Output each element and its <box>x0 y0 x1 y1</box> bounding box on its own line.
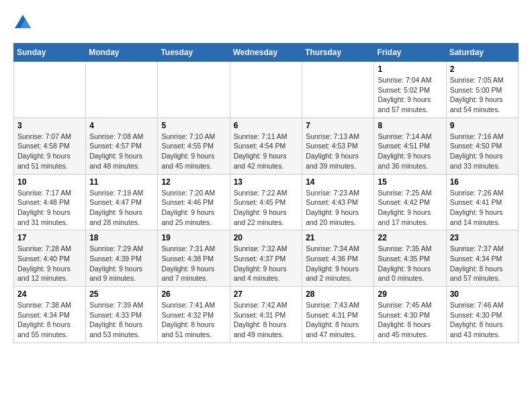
day-number: 15 <box>378 177 442 187</box>
calendar-cell: 7Sunrise: 7:13 AM Sunset: 4:53 PM Daylig… <box>302 118 374 174</box>
calendar-cell: 8Sunrise: 7:14 AM Sunset: 4:51 PM Daylig… <box>374 118 446 174</box>
day-info: Sunrise: 7:39 AM Sunset: 4:33 PM Dayligh… <box>89 300 154 340</box>
calendar-header-row: SundayMondayTuesdayWednesdayThursdayFrid… <box>14 44 519 62</box>
day-number: 6 <box>234 121 299 130</box>
calendar-cell: 11Sunrise: 7:19 AM Sunset: 4:47 PM Dayli… <box>86 174 158 230</box>
calendar-cell: 12Sunrise: 7:20 AM Sunset: 4:46 PM Dayli… <box>158 174 230 230</box>
day-info: Sunrise: 7:34 AM Sunset: 4:36 PM Dayligh… <box>306 244 370 283</box>
day-info: Sunrise: 7:20 AM Sunset: 4:46 PM Dayligh… <box>161 188 226 228</box>
day-number: 5 <box>161 121 226 130</box>
day-info: Sunrise: 7:35 AM Sunset: 4:35 PM Dayligh… <box>378 244 442 283</box>
calendar-cell <box>158 62 230 118</box>
day-number: 9 <box>450 121 515 130</box>
calendar-cell: 18Sunrise: 7:29 AM Sunset: 4:39 PM Dayli… <box>86 230 158 287</box>
page-header <box>13 13 519 32</box>
day-info: Sunrise: 7:38 AM Sunset: 4:34 PM Dayligh… <box>17 300 82 340</box>
day-number: 12 <box>161 177 226 187</box>
calendar-cell: 23Sunrise: 7:37 AM Sunset: 4:34 PM Dayli… <box>446 230 518 287</box>
day-number: 4 <box>89 121 154 130</box>
logo <box>13 13 35 32</box>
calendar-cell: 22Sunrise: 7:35 AM Sunset: 4:35 PM Dayli… <box>374 230 446 287</box>
day-number: 16 <box>450 177 515 187</box>
day-number: 7 <box>306 121 370 130</box>
day-info: Sunrise: 7:07 AM Sunset: 4:58 PM Dayligh… <box>17 132 82 171</box>
day-info: Sunrise: 7:43 AM Sunset: 4:31 PM Dayligh… <box>306 300 370 340</box>
day-number: 21 <box>306 233 370 242</box>
calendar-cell <box>302 62 374 118</box>
day-info: Sunrise: 7:45 AM Sunset: 4:30 PM Dayligh… <box>378 300 442 340</box>
day-number: 28 <box>306 289 370 299</box>
day-info: Sunrise: 7:46 AM Sunset: 4:30 PM Dayligh… <box>450 300 515 340</box>
calendar-cell: 28Sunrise: 7:43 AM Sunset: 4:31 PM Dayli… <box>302 287 374 343</box>
day-number: 8 <box>378 121 442 130</box>
calendar-cell: 3Sunrise: 7:07 AM Sunset: 4:58 PM Daylig… <box>14 118 86 174</box>
day-number: 19 <box>161 233 226 242</box>
day-info: Sunrise: 7:41 AM Sunset: 4:32 PM Dayligh… <box>161 300 226 340</box>
logo-icon <box>13 13 32 32</box>
day-number: 26 <box>161 289 226 299</box>
day-number: 25 <box>89 289 154 299</box>
day-info: Sunrise: 7:14 AM Sunset: 4:51 PM Dayligh… <box>378 132 442 171</box>
day-info: Sunrise: 7:22 AM Sunset: 4:45 PM Dayligh… <box>234 188 299 228</box>
day-number: 23 <box>450 233 515 242</box>
calendar-cell: 1Sunrise: 7:04 AM Sunset: 5:02 PM Daylig… <box>374 62 446 118</box>
day-info: Sunrise: 7:05 AM Sunset: 5:00 PM Dayligh… <box>450 75 515 115</box>
calendar-table: SundayMondayTuesdayWednesdayThursdayFrid… <box>13 43 519 343</box>
day-number: 20 <box>234 233 299 242</box>
calendar-cell: 16Sunrise: 7:26 AM Sunset: 4:41 PM Dayli… <box>446 174 518 230</box>
day-info: Sunrise: 7:37 AM Sunset: 4:34 PM Dayligh… <box>450 244 515 283</box>
day-info: Sunrise: 7:13 AM Sunset: 4:53 PM Dayligh… <box>306 132 370 171</box>
day-info: Sunrise: 7:19 AM Sunset: 4:47 PM Dayligh… <box>89 188 154 228</box>
day-number: 11 <box>89 177 154 187</box>
day-info: Sunrise: 7:17 AM Sunset: 4:48 PM Dayligh… <box>17 188 82 228</box>
day-info: Sunrise: 7:31 AM Sunset: 4:38 PM Dayligh… <box>161 244 226 283</box>
calendar-cell: 17Sunrise: 7:28 AM Sunset: 4:40 PM Dayli… <box>14 230 86 287</box>
calendar-cell: 10Sunrise: 7:17 AM Sunset: 4:48 PM Dayli… <box>14 174 86 230</box>
calendar-cell: 24Sunrise: 7:38 AM Sunset: 4:34 PM Dayli… <box>14 287 86 343</box>
calendar-day-header: Tuesday <box>158 44 230 62</box>
calendar-cell <box>14 62 86 118</box>
day-info: Sunrise: 7:16 AM Sunset: 4:50 PM Dayligh… <box>450 132 515 171</box>
day-info: Sunrise: 7:28 AM Sunset: 4:40 PM Dayligh… <box>17 244 82 283</box>
calendar-cell: 26Sunrise: 7:41 AM Sunset: 4:32 PM Dayli… <box>158 287 230 343</box>
day-number: 13 <box>234 177 299 187</box>
day-number: 1 <box>378 64 442 74</box>
day-info: Sunrise: 7:32 AM Sunset: 4:37 PM Dayligh… <box>234 244 299 283</box>
calendar-cell: 21Sunrise: 7:34 AM Sunset: 4:36 PM Dayli… <box>302 230 374 287</box>
calendar-cell: 29Sunrise: 7:45 AM Sunset: 4:30 PM Dayli… <box>374 287 446 343</box>
day-info: Sunrise: 7:08 AM Sunset: 4:57 PM Dayligh… <box>89 132 154 171</box>
day-number: 14 <box>306 177 370 187</box>
calendar-cell <box>86 62 158 118</box>
calendar-cell: 13Sunrise: 7:22 AM Sunset: 4:45 PM Dayli… <box>230 174 302 230</box>
calendar-cell: 27Sunrise: 7:42 AM Sunset: 4:31 PM Dayli… <box>230 287 302 343</box>
day-info: Sunrise: 7:42 AM Sunset: 4:31 PM Dayligh… <box>234 300 299 340</box>
day-info: Sunrise: 7:04 AM Sunset: 5:02 PM Dayligh… <box>378 75 442 115</box>
day-number: 27 <box>234 289 299 299</box>
calendar-cell <box>230 62 302 118</box>
calendar-cell: 2Sunrise: 7:05 AM Sunset: 5:00 PM Daylig… <box>446 62 518 118</box>
day-number: 30 <box>450 289 515 299</box>
day-number: 24 <box>17 289 82 299</box>
calendar-cell: 20Sunrise: 7:32 AM Sunset: 4:37 PM Dayli… <box>230 230 302 287</box>
calendar-cell: 30Sunrise: 7:46 AM Sunset: 4:30 PM Dayli… <box>446 287 518 343</box>
calendar-day-header: Monday <box>86 44 158 62</box>
calendar-cell: 15Sunrise: 7:25 AM Sunset: 4:42 PM Dayli… <box>374 174 446 230</box>
day-number: 10 <box>17 177 82 187</box>
calendar-cell: 14Sunrise: 7:23 AM Sunset: 4:43 PM Dayli… <box>302 174 374 230</box>
calendar-week-row: 10Sunrise: 7:17 AM Sunset: 4:48 PM Dayli… <box>14 174 519 230</box>
calendar-week-row: 1Sunrise: 7:04 AM Sunset: 5:02 PM Daylig… <box>14 62 519 118</box>
calendar-day-header: Sunday <box>14 44 86 62</box>
calendar-cell: 9Sunrise: 7:16 AM Sunset: 4:50 PM Daylig… <box>446 118 518 174</box>
day-info: Sunrise: 7:11 AM Sunset: 4:54 PM Dayligh… <box>234 132 299 171</box>
calendar-cell: 19Sunrise: 7:31 AM Sunset: 4:38 PM Dayli… <box>158 230 230 287</box>
day-number: 3 <box>17 121 82 130</box>
calendar-week-row: 24Sunrise: 7:38 AM Sunset: 4:34 PM Dayli… <box>14 287 519 343</box>
day-info: Sunrise: 7:25 AM Sunset: 4:42 PM Dayligh… <box>378 188 442 228</box>
calendar-day-header: Wednesday <box>230 44 302 62</box>
day-info: Sunrise: 7:26 AM Sunset: 4:41 PM Dayligh… <box>450 188 515 228</box>
calendar-cell: 6Sunrise: 7:11 AM Sunset: 4:54 PM Daylig… <box>230 118 302 174</box>
calendar-day-header: Friday <box>374 44 446 62</box>
day-number: 2 <box>450 64 515 74</box>
calendar-day-header: Thursday <box>302 44 374 62</box>
day-number: 18 <box>89 233 154 242</box>
